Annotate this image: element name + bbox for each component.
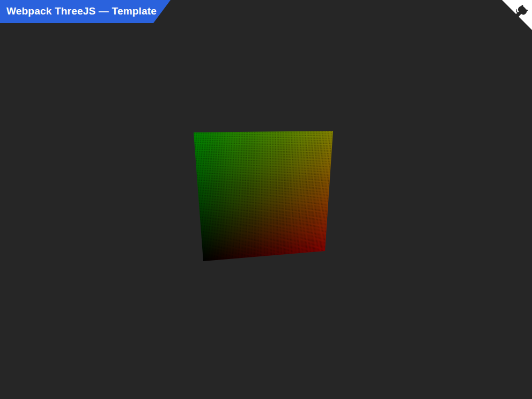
github-corner-link[interactable] (502, 0, 532, 30)
uv-gradient-plane (194, 131, 333, 261)
title-banner: Webpack ThreeJS — Template (0, 0, 171, 23)
point-dither-overlay (194, 131, 333, 261)
github-octocat-icon (502, 0, 532, 30)
threejs-canvas[interactable] (0, 0, 532, 399)
page-title: Webpack ThreeJS — Template (0, 5, 157, 18)
